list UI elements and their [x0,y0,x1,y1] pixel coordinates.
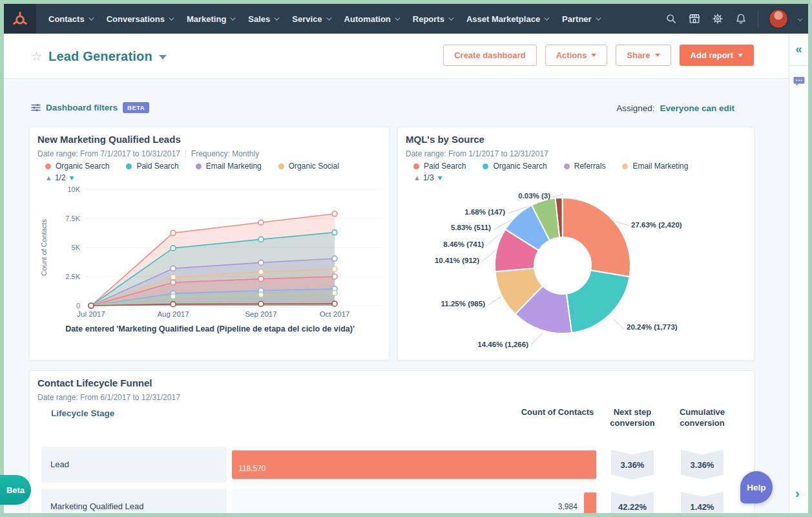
stage-label: Lead [50,447,69,483]
assigned-info: Assigned: Everyone can edit [616,103,734,113]
add-report-button[interactable]: Add report [680,45,754,66]
donut-slice-label: 5.83% (511) [401,224,491,231]
chart-legend: Organic SearchPaid SearchEmail Marketing… [45,162,339,171]
column-header-count: Count of Contacts [506,407,609,418]
legend-dot-icon [126,164,132,169]
actions-button[interactable]: Actions [545,45,608,66]
beta-badge: BETA [123,102,149,113]
donut-slice-label: 20.24% (1,773) [627,323,730,331]
app-root: ContactsConversationsMarketingSalesServi… [4,4,808,513]
x-axis-caption: Date entered 'Marketing Qualified Lead (… [48,324,371,335]
svg-text:Count of Contacts: Count of Contacts [40,218,48,276]
card-subtitle: Date range: From 7/1/2017 to 10/31/2017 … [37,149,259,158]
svg-text:Sep 2017: Sep 2017 [245,310,276,318]
column-header-cumulative: Cumulative conversion [667,407,738,429]
legend-dot-icon [196,164,202,169]
create-dashboard-button[interactable]: Create dashboard [443,45,537,66]
funnel-bar: 118,570 [232,450,596,479]
nav-item-asset-marketplace[interactable]: Asset Marketplace [459,4,555,34]
nav-item-automation[interactable]: Automation [337,4,406,34]
stage-cell: Lead [41,447,227,483]
next-step-badge: 42.22% [611,492,654,513]
top-navbar: ContactsConversationsMarketingSalesServi… [4,4,808,34]
card-mql-by-source: MQL's by Source Date range: From 1/1/201… [397,127,755,361]
legend-page-down-icon[interactable]: ▼ [68,174,76,182]
donut-slice[interactable] [567,270,630,333]
donut-slice-label: 14.46% (1,266) [425,341,528,348]
nav-menu: ContactsConversationsMarketingSalesServi… [41,4,607,34]
collapse-panel-icon[interactable]: « [789,34,808,56]
comments-icon[interactable] [793,76,805,89]
expand-chevron-icon[interactable]: › [795,486,800,501]
assigned-value-link[interactable]: Everyone can edit [660,103,734,113]
nav-item-conversations[interactable]: Conversations [99,4,180,34]
chevron-down-icon [274,15,279,20]
chevron-down-icon [231,15,236,20]
marketplace-icon[interactable] [688,12,701,25]
beta-tab-button[interactable]: Beta [0,475,31,505]
svg-text:Oct 2017: Oct 2017 [320,310,350,318]
caret-down-icon [591,54,596,57]
stage-cell: Marketing Qualified Lead [41,489,227,513]
legend-pager: ▲ 1/2 ▼ [45,173,75,182]
chevron-down-icon [169,15,174,20]
svg-text:Jul 2017: Jul 2017 [77,310,105,318]
hubspot-logo[interactable] [4,4,36,34]
nav-item-reports[interactable]: Reports [406,4,459,34]
notifications-bell-icon[interactable] [734,12,747,25]
nav-item-service[interactable]: Service [285,4,337,34]
legend-item[interactable]: Organic Search [45,162,109,171]
legend-item[interactable]: Organic Social [278,162,339,171]
svg-text:0: 0 [76,302,80,310]
legend-item[interactable]: Email Marketing [196,162,262,171]
avatar[interactable] [769,9,788,28]
favorite-star-icon[interactable]: ☆ [31,49,42,64]
date-range: Date range: From 6/1/2017 to 12/31/2017 [37,393,180,402]
dashboard-header: ☆ Lead Generation Create dashboard Actio… [4,34,789,79]
cumulative-badge: 1.42% [681,492,724,513]
chevron-down-icon [448,15,453,20]
help-button[interactable]: Help [740,471,773,503]
count-value: 118,570 [238,450,266,487]
account-chevron-down-icon[interactable] [798,16,802,21]
assigned-label: Assigned: [616,103,654,113]
donut-slice-label: 8.46% (741) [400,240,484,248]
bar-zone: 3,984 [232,489,596,513]
chevron-down-icon [326,15,331,20]
count-value: 3,984 [558,489,578,513]
nav-item-contacts[interactable]: Contacts [41,4,99,34]
nav-item-partner[interactable]: Partner [555,4,607,34]
funnel-row: Marketing Qualified Lead3,98442.22%1.42% [30,489,754,513]
card-title: Contact Lifecycle Funnel [37,377,152,388]
subtitle-divider [185,150,186,158]
settings-gear-icon[interactable] [711,12,724,25]
legend-page-up-icon[interactable]: ▲ [45,174,52,182]
cumulative-badge: 3.36% [681,450,724,480]
legend-item[interactable]: Paid Search [126,162,178,171]
chevron-down-icon [596,15,601,20]
filters-icon [31,103,41,112]
chevron-down-icon [88,15,94,20]
share-button[interactable]: Share [616,45,671,66]
card-contact-lifecycle-funnel: Contact Lifecycle Funnel Date range: Fro… [29,370,755,513]
column-header-stage: Lifecycle Stage [51,408,114,418]
card-new-mql: New Marketing Qualified Leads Date range… [29,127,390,361]
caret-down-icon [655,54,660,57]
header-buttons: Create dashboard Actions Share Add repor… [443,45,754,66]
donut-slice-label: 11.25% (985) [401,300,485,308]
card-title: New Marketing Qualified Leads [37,134,181,145]
nav-item-sales[interactable]: Sales [241,4,285,34]
chevron-down-icon [395,15,400,20]
nav-item-marketing[interactable]: Marketing [180,4,241,34]
dashboard-filters-link[interactable]: Dashboard filters [46,103,118,112]
dashboard-switcher-caret-icon[interactable] [159,55,167,59]
nav-divider [758,10,758,27]
frequency: Frequency: Monthly [191,149,259,158]
donut-slice[interactable] [563,198,630,277]
right-side-panel: « › [789,34,808,513]
search-icon[interactable] [665,12,678,25]
legend-dot-icon [45,164,51,169]
page-title: Lead Generation [48,49,152,64]
line-area-chart: 10K7.5K5K2.5K0Count of ContactsJul 2017A… [36,183,385,322]
title-wrap: ☆ Lead Generation [31,34,167,79]
